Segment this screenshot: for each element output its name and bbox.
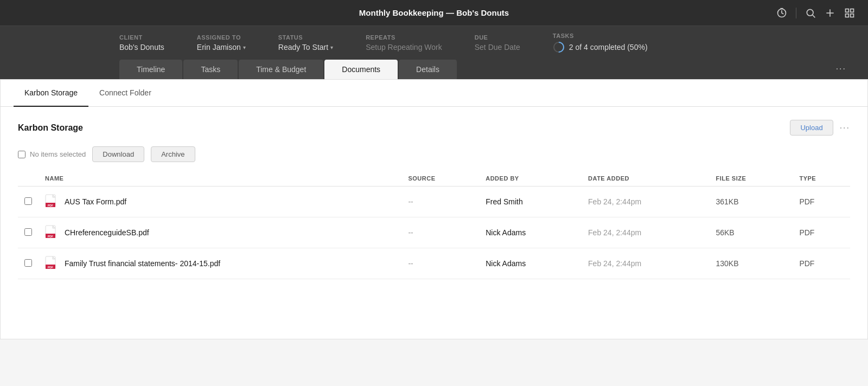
row2-name: PDF CHreferenceguideSB.pdf: [39, 217, 401, 248]
sub-tab-connect-folder[interactable]: Connect Folder: [88, 80, 162, 107]
row2-added-by: Nick Adams: [479, 217, 582, 248]
chevron-down-icon: ▾: [243, 44, 246, 50]
th-checkbox: [18, 171, 39, 186]
row1-file-size: 361KB: [709, 186, 793, 217]
timer-icon[interactable]: [776, 8, 787, 18]
svg-point-1: [807, 9, 813, 16]
select-all-wrap: No items selected: [18, 150, 86, 158]
meta-bar: CLIENT Bob's Donuts ASSIGNED TO Erin Jam…: [0, 26, 868, 79]
tasks-field: TASKS 2 of 4 completed (50%): [553, 33, 648, 53]
table-row: PDF AUS Tax Form.pdf -- Fred Smith Feb 2…: [18, 186, 850, 217]
row2-date-added: Feb 24, 2:44pm: [582, 217, 709, 248]
row3-file-type: PDF: [793, 248, 850, 279]
top-bar-title: Monthly Bookkeeping — Bob's Donuts: [359, 8, 509, 18]
file-toolbar: No items selected Download Archive: [18, 146, 850, 162]
tab-tasks[interactable]: Tasks: [183, 60, 238, 79]
th-date-added: DATE ADDED: [582, 171, 709, 186]
table-row: PDF CHreferenceguideSB.pdf -- Nick Adams…: [18, 217, 850, 248]
row1-name: PDF AUS Tax Form.pdf: [39, 186, 401, 217]
no-items-label: No items selected: [30, 150, 86, 158]
storage-header: Karbon Storage Upload ···: [18, 120, 850, 136]
storage-section: Karbon Storage Upload ··· No items selec…: [1, 107, 867, 292]
row2-source: --: [401, 217, 479, 248]
svg-rect-6: [851, 9, 854, 12]
row2-file-type: PDF: [793, 217, 850, 248]
repeats-field: REPEATS Setup Repeating Work: [366, 34, 442, 52]
row3-file-size: 130KB: [709, 248, 793, 279]
th-source: SOURCE: [401, 171, 479, 186]
svg-rect-7: [846, 14, 849, 17]
row1-added-by: Fred Smith: [479, 186, 582, 217]
meta-fields: CLIENT Bob's Donuts ASSIGNED TO Erin Jam…: [0, 33, 868, 60]
file-table: NAME SOURCE ADDED BY DATE ADDED FILE SIZ…: [18, 171, 850, 279]
table-row: PDF Family Trust financial statements- 2…: [18, 248, 850, 279]
progress-circle-icon: [553, 41, 565, 53]
row3-name: PDF Family Trust financial statements- 2…: [39, 248, 401, 279]
row1-date-added: Feb 24, 2:44pm: [582, 186, 709, 217]
client-field: CLIENT Bob's Donuts: [119, 34, 164, 52]
storage-title: Karbon Storage: [18, 123, 83, 133]
svg-text:PDF: PDF: [48, 266, 53, 269]
storage-more-icon[interactable]: ···: [840, 123, 850, 133]
pdf-icon: PDF: [45, 225, 59, 240]
row3-checkbox-cell: [18, 248, 39, 279]
svg-text:PDF: PDF: [48, 235, 53, 238]
tab-details[interactable]: Details: [399, 60, 457, 79]
chevron-down-icon: ▾: [330, 44, 333, 50]
tab-timeline[interactable]: Timeline: [119, 60, 182, 79]
archive-button[interactable]: Archive: [151, 146, 195, 162]
pdf-icon: PDF: [45, 194, 59, 209]
row3-date-added: Feb 24, 2:44pm: [582, 248, 709, 279]
th-type: TYPE: [793, 171, 850, 186]
storage-actions: Upload ···: [790, 120, 850, 136]
row1-checkbox-cell: [18, 186, 39, 217]
row3-added-by: Nick Adams: [479, 248, 582, 279]
assigned-to-field[interactable]: ASSIGNED TO Erin Jamison ▾: [197, 34, 246, 52]
th-name: NAME: [39, 171, 401, 186]
th-added-by: ADDED BY: [479, 171, 582, 186]
svg-rect-5: [846, 9, 849, 12]
divider: [796, 8, 796, 18]
tab-documents[interactable]: Documents: [324, 60, 398, 79]
row1-source: --: [401, 186, 479, 217]
row1-file-type: PDF: [793, 186, 850, 217]
status-field[interactable]: STATUS Ready To Start ▾: [278, 34, 333, 52]
due-field: DUE Set Due Date: [475, 34, 520, 52]
tab-more-icon[interactable]: ···: [836, 64, 846, 74]
row2-checkbox[interactable]: [24, 228, 32, 236]
download-button[interactable]: Download: [92, 146, 144, 162]
main-content: Karbon Storage Connect Folder Karbon Sto…: [0, 79, 868, 339]
svg-text:PDF: PDF: [48, 204, 53, 207]
th-file-size: FILE SIZE: [709, 171, 793, 186]
top-bar: Monthly Bookkeeping — Bob's Donuts: [0, 0, 868, 26]
row1-checkbox[interactable]: [24, 197, 32, 205]
upload-button[interactable]: Upload: [790, 120, 833, 136]
file-table-body: PDF AUS Tax Form.pdf -- Fred Smith Feb 2…: [18, 186, 850, 279]
pdf-icon: PDF: [45, 256, 59, 271]
add-icon[interactable]: [825, 8, 835, 18]
tab-time-budget[interactable]: Time & Budget: [239, 60, 323, 79]
row2-file-size: 56KB: [709, 217, 793, 248]
top-bar-icons: [776, 8, 855, 18]
search-icon[interactable]: [805, 8, 816, 18]
row3-source: --: [401, 248, 479, 279]
sub-tabs: Karbon Storage Connect Folder: [1, 80, 867, 107]
row2-checkbox-cell: [18, 217, 39, 248]
sub-tab-karbon-storage[interactable]: Karbon Storage: [14, 80, 88, 107]
tabs-row: Timeline Tasks Time & Budget Documents D…: [0, 60, 868, 79]
file-table-header: NAME SOURCE ADDED BY DATE ADDED FILE SIZ…: [18, 171, 850, 186]
svg-line-2: [813, 15, 815, 17]
select-all-checkbox[interactable]: [18, 151, 25, 158]
row3-checkbox[interactable]: [24, 259, 32, 267]
layout-icon[interactable]: [844, 8, 855, 18]
svg-rect-8: [851, 14, 854, 17]
